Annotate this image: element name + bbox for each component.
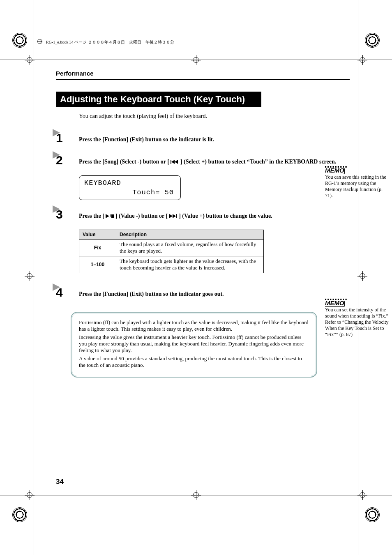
rewind-icon: [171, 159, 179, 166]
svg-marker-8: [173, 214, 176, 218]
intro-text: You can adjust the touch (playing feel) …: [79, 113, 350, 120]
svg-marker-3: [175, 160, 178, 164]
step-number: 1: [56, 131, 79, 145]
lcd-screen: KEYBOARD Touch= 50: [79, 175, 181, 200]
page-number: 34: [56, 478, 64, 486]
crop-mark-icon: [25, 55, 35, 65]
crop-mark-icon: [357, 55, 367, 65]
book-header: RG-1_e.book 34 ページ ２００８年４月８日 火曜日 午後２時３６分: [37, 39, 174, 46]
table-cell-description: The sound plays at a fixed volume, regar…: [116, 240, 264, 256]
table-cell-value: 1–100: [79, 256, 116, 273]
crop-mark-icon: [357, 271, 367, 281]
svg-marker-4: [106, 214, 109, 218]
svg-line-5: [110, 214, 111, 218]
crop-mark-icon: [191, 490, 201, 500]
memo-sidebar-1: MEMO You can save this setting in the RG…: [325, 166, 391, 199]
table-cell-value: Fix: [79, 240, 116, 256]
step-number: 4: [56, 286, 79, 299]
arrow-icon: [37, 39, 44, 46]
step-3: 3 Press the [ ] (Value -) button or [ ] …: [56, 207, 350, 221]
book-header-text: RG-1_e.book 34 ページ ２００８年４月８日 火曜日 午後２時３６分: [46, 39, 174, 45]
info-paragraph: Fortissimo (ff) can be played with a lig…: [79, 319, 309, 332]
memo-icon: MEMO: [325, 167, 344, 174]
step-1: 1 Press the [Function] (Exit) button so …: [56, 131, 350, 145]
svg-rect-9: [176, 214, 177, 218]
info-paragraph: A value of around 50 provides a standard…: [79, 355, 309, 368]
registration-mark-icon: [365, 33, 380, 48]
step-instruction: Press the [Function] (Exit) button so th…: [79, 136, 350, 143]
step-4: 4 Press the [Function] (Exit) button so …: [56, 286, 350, 299]
table-cell-description: The keyboard touch gets lighter as the v…: [116, 256, 264, 273]
crop-mark-icon: [25, 490, 35, 500]
registration-mark-icon: [365, 507, 380, 522]
play-stop-icon: [106, 213, 114, 220]
table-row: 1–100 The keyboard touch gets lighter as…: [79, 256, 264, 273]
table-row: Fix The sound plays at a fixed volume, r…: [79, 240, 264, 256]
crop-line: [0, 495, 392, 496]
svg-marker-7: [169, 214, 173, 218]
table-header-description: Description: [116, 230, 264, 240]
step-instruction: Press the [ ] (Value -) button or [ ] (V…: [79, 213, 350, 220]
svg-marker-2: [171, 160, 175, 164]
section-rule: [56, 79, 350, 80]
info-paragraph: Increasing the value gives the instrumen…: [79, 334, 309, 354]
crop-line: [358, 0, 358, 555]
step-text-part: Press the [Song] (Select -) button or [: [79, 159, 171, 165]
registration-mark-icon: [12, 33, 27, 48]
step-text-part: ] (Value -) button or [: [114, 213, 169, 219]
memo-text: You can set the intensity of the sound w…: [325, 307, 391, 319]
memo-icon: MEMO: [325, 299, 344, 307]
step-text-part: ] (Select +) button to select “Touch” in…: [179, 159, 336, 165]
section-header: Performance: [56, 70, 350, 77]
table-header-value: Value: [79, 230, 116, 240]
step-instruction: Press the [Function] (Exit) button so th…: [79, 291, 350, 297]
step-number: 3: [56, 207, 79, 221]
step-instruction: Press the [Song] (Select -) button or [ …: [79, 159, 350, 166]
memo-text: Refer to “Changing the Velocity When the…: [325, 319, 391, 338]
screen-line-2: Touch= 50: [84, 189, 175, 196]
screen-line-1: KEYBOARD: [84, 179, 175, 187]
step-2: 2 Press the [Song] (Select -) button or …: [56, 153, 350, 167]
value-table: Value Description Fix The sound plays at…: [79, 230, 264, 273]
memo-sidebar-2: MEMO You can set the intensity of the so…: [325, 299, 391, 338]
step-number: 2: [56, 153, 79, 167]
crop-mark-icon: [25, 271, 35, 281]
registration-mark-icon: [12, 507, 27, 522]
step-text-part: ] (Value +) button to change the value.: [178, 213, 272, 219]
crop-mark-icon: [191, 55, 201, 65]
svg-rect-1: [171, 160, 171, 164]
page-title: Adjusting the Keyboard Touch (Key Touch): [56, 92, 261, 107]
memo-text: You can save this setting in the RG-1’s …: [325, 174, 391, 199]
step-text-part: Press the [: [79, 213, 106, 219]
crop-mark-icon: [357, 490, 367, 500]
crop-line: [34, 0, 34, 555]
info-box: Fortissimo (ff) can be played with a lig…: [71, 312, 317, 378]
fast-forward-icon: [169, 213, 178, 220]
crop-line: [0, 59, 392, 60]
